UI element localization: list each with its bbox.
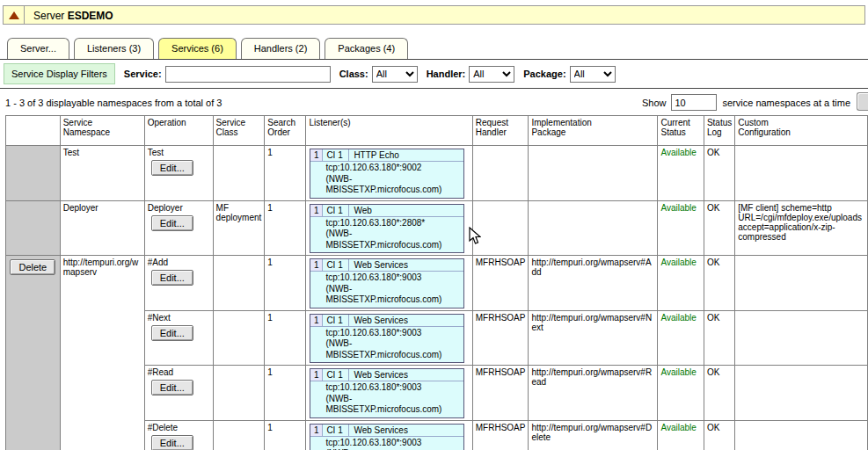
class-filter-select[interactable]: All bbox=[372, 66, 418, 83]
listener-address: tcp:10.120.63.180*:2808* bbox=[325, 218, 461, 229]
cell-current-status: Available bbox=[658, 310, 704, 366]
cell-operation: #Read Edit... bbox=[144, 366, 213, 421]
cell-search-order: 1 bbox=[265, 256, 306, 311]
show-count-input[interactable] bbox=[671, 94, 717, 111]
listener-host: (NWB-MBISSETXP.microfocus.com) bbox=[325, 174, 461, 196]
listener-number: 1 bbox=[310, 205, 323, 216]
edit-button[interactable]: Edit... bbox=[151, 380, 193, 396]
listener-head: 1 CI 1 Web bbox=[310, 205, 463, 217]
cell-implementation: http://tempuri.org/wmapserv#Delete bbox=[529, 420, 658, 450]
cell-status-log: OK bbox=[704, 420, 734, 450]
listener-address: tcp:10.120.63.180*:9003 bbox=[325, 272, 461, 284]
listener-name: Web Services bbox=[349, 315, 463, 326]
edit-button[interactable]: Edit... bbox=[151, 215, 193, 231]
cell-operation: Test Edit... bbox=[144, 146, 213, 201]
listener-detail: tcp:10.120.63.180*:9003 (NWB-MBISSETXP.m… bbox=[310, 437, 463, 450]
cell-service-class bbox=[213, 256, 265, 311]
header-search-order: Search Order bbox=[265, 116, 306, 146]
action-cell bbox=[6, 200, 61, 256]
edit-button[interactable]: Edit... bbox=[151, 435, 193, 450]
cell-implementation: http://tempuri.org/wmapserv#Read bbox=[529, 366, 658, 421]
edit-button[interactable]: Edit... bbox=[151, 270, 193, 286]
cell-current-status: Available bbox=[658, 256, 704, 311]
listener-host: (NWB-MBISSETXP.microfocus.com) bbox=[325, 284, 461, 306]
cell-status-log: OK bbox=[704, 146, 734, 201]
tab-bar: Server... Listeners (3) Services (6) Han… bbox=[7, 38, 868, 59]
tab-services[interactable]: Services (6) bbox=[158, 38, 237, 59]
cell-listeners: 1 CI 1 Web Services tcp:10.120.63.180*:9… bbox=[306, 420, 472, 450]
service-filter-input[interactable] bbox=[165, 66, 331, 83]
listener-number: 1 bbox=[310, 259, 323, 271]
action-cell bbox=[6, 146, 61, 201]
server-name: ESDEMO bbox=[68, 10, 113, 22]
operation-name: Deployer bbox=[148, 203, 210, 213]
tab-handlers[interactable]: Handlers (2) bbox=[241, 38, 321, 59]
pagination-side-button[interactable] bbox=[857, 92, 868, 111]
filter-bar: Service Display Filters Service: Class: … bbox=[0, 59, 868, 89]
cell-custom-config bbox=[735, 420, 868, 450]
listener-number: 1 bbox=[310, 149, 323, 161]
cell-listeners: 1 CI 1 Web Services tcp:10.120.63.180*:9… bbox=[306, 310, 472, 366]
edit-button[interactable]: Edit... bbox=[151, 160, 193, 176]
listener-host: (NWB-MBISSETXP.microfocus.com) bbox=[325, 338, 461, 360]
cell-operation: #Delete Edit... bbox=[144, 420, 213, 450]
collapse-button[interactable] bbox=[4, 6, 25, 24]
cell-request-handler: MFRHSOAP bbox=[472, 366, 529, 421]
listener-number: 1 bbox=[310, 369, 323, 381]
listener-ci: CI 1 bbox=[323, 369, 349, 381]
filter-title: Service Display Filters bbox=[4, 63, 115, 84]
cell-listeners: 1 CI 1 Web tcp:10.120.63.180*:2808* (NWB… bbox=[306, 200, 472, 256]
show-suffix-label: service namespaces at a time bbox=[722, 98, 850, 108]
tab-listeners[interactable]: Listeners (3) bbox=[74, 38, 154, 59]
cell-search-order: 1 bbox=[265, 420, 306, 450]
server-label: Server bbox=[33, 10, 64, 22]
listener-head: 1 CI 1 Web Services bbox=[310, 259, 463, 272]
cell-operation: #Add Edit... bbox=[144, 256, 213, 311]
header-service-namespace: Service Namespace bbox=[60, 116, 144, 146]
listener-box: 1 CI 1 Web tcp:10.120.63.180*:2808* (NWB… bbox=[310, 204, 464, 254]
cell-listeners: 1 CI 1 Web Services tcp:10.120.63.180*:9… bbox=[306, 256, 472, 311]
listener-box: 1 CI 1 Web Services tcp:10.120.63.180*:9… bbox=[310, 424, 464, 450]
listener-name: Web Services bbox=[349, 425, 463, 436]
listener-address: tcp:10.120.63.180*:9003 bbox=[325, 328, 461, 339]
cell-custom-config bbox=[735, 310, 868, 366]
cell-current-status: Available bbox=[658, 420, 704, 450]
cell-request-handler: MFRHSOAP bbox=[472, 310, 529, 366]
cell-service-class bbox=[213, 146, 265, 201]
cell-request-handler: MFRHSOAP bbox=[472, 420, 529, 450]
package-filter-label: Package: bbox=[523, 69, 565, 79]
cell-namespace: Test bbox=[60, 146, 144, 201]
handler-filter-select[interactable]: All bbox=[469, 66, 514, 83]
table-row: Test Test Edit... 1 1 CI 1 HTTP Echo tcp… bbox=[6, 146, 868, 201]
cell-implementation: http://tempuri.org/wmapserv#Next bbox=[529, 310, 658, 366]
listener-ci: CI 1 bbox=[323, 149, 349, 161]
listener-name: HTTP Echo bbox=[349, 149, 463, 161]
listener-host: (NWB-MBISSETXP.microfocus.com) bbox=[325, 229, 461, 250]
listener-box: 1 CI 1 Web Services tcp:10.120.63.180*:9… bbox=[310, 258, 464, 308]
listener-detail: tcp:10.120.63.180*:2808* (NWB-MBISSETXP.… bbox=[310, 217, 463, 253]
header-listeners: Listener(s) bbox=[306, 116, 472, 146]
table-row: Deployer Deployer Edit... MF deployment … bbox=[6, 200, 868, 256]
header-operation: Operation bbox=[144, 116, 213, 146]
listener-address: tcp:10.120.63.180*:9003 bbox=[325, 438, 461, 449]
operation-name: #Add bbox=[148, 258, 210, 267]
listener-host: (NWB-MBISSETXP.microfocus.com) bbox=[325, 394, 461, 416]
cell-namespace: Deployer bbox=[60, 200, 144, 256]
delete-button[interactable]: Delete bbox=[10, 259, 55, 275]
cell-service-class bbox=[213, 310, 265, 366]
cell-status-log: OK bbox=[704, 256, 734, 311]
cell-custom-config bbox=[735, 256, 868, 311]
listener-name: Web bbox=[349, 205, 463, 216]
cell-status-log: OK bbox=[704, 310, 734, 366]
edit-button[interactable]: Edit... bbox=[151, 325, 193, 341]
listener-name: Web Services bbox=[349, 369, 463, 381]
cell-current-status: Available bbox=[658, 200, 704, 256]
listener-ci: CI 1 bbox=[323, 205, 349, 216]
tab-packages[interactable]: Packages (4) bbox=[325, 38, 408, 59]
package-filter-select[interactable]: All bbox=[570, 66, 616, 83]
listener-detail: tcp:10.120.63.180*:9003 (NWB-MBISSETXP.m… bbox=[310, 272, 463, 308]
tab-server[interactable]: Server... bbox=[7, 38, 69, 59]
cell-implementation: http://tempuri.org/wmapserv#Add bbox=[529, 256, 658, 311]
cell-current-status: Available bbox=[658, 146, 704, 201]
operation-name: Test bbox=[148, 148, 210, 157]
